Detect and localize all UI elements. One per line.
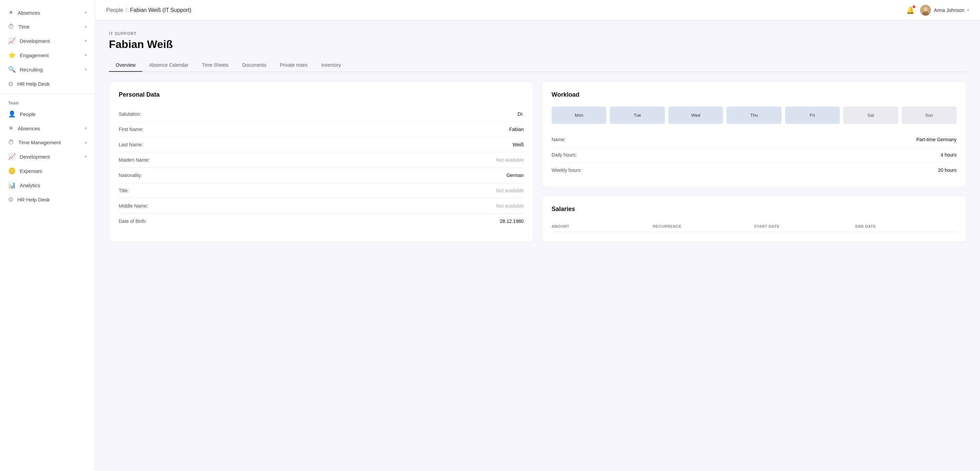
personal-data-row: Salutation: Dr. (119, 107, 524, 122)
breadcrumb-parent[interactable]: People (106, 7, 123, 13)
user-menu[interactable]: Anna Johnson ▾ (920, 5, 969, 16)
workload-row: Daily hours: 4 hours (552, 147, 956, 163)
sidebar-label-development-team: Development (20, 154, 50, 160)
time-management-icon: ⏱ (8, 139, 14, 146)
personal-data-row: Date of Birth: 28.12.1980 (119, 214, 524, 229)
svg-point-1 (924, 7, 928, 11)
content-area: IT SUPPORT Fabian Weiß OverviewAbsence C… (95, 21, 980, 471)
topbar-right: 🔔 Anna Johnson ▾ (906, 5, 969, 16)
day-chip-sat: Sat (843, 107, 898, 124)
recruiting-chevron-icon: ▾ (85, 67, 87, 72)
sidebar-item-engagement[interactable]: ⭐ Engagement ▾ (0, 48, 95, 62)
tab-overview[interactable]: Overview (109, 59, 142, 72)
personal-data-row: Maiden Name: Not available (119, 153, 524, 168)
sidebar-item-hr-help-desk[interactable]: ⊙ HR Help Desk (0, 76, 95, 91)
sidebar-label-recruiting: Recruiting (20, 67, 43, 73)
personal-data-label: Middle Name: (119, 203, 148, 208)
sidebar-label-time: Time (18, 24, 30, 30)
tab-documents[interactable]: Documents (235, 59, 273, 72)
workload-row: Weekly hours: 20 hours (552, 163, 956, 178)
tabs: OverviewAbsence CalendarTime SheetsDocum… (109, 59, 966, 72)
personal-data-value: Dr. (517, 111, 524, 117)
sidebar: ☀ Absences ▾ ⏱ Time ▾ 📈 Development ▾ ⭐ … (0, 0, 95, 471)
time-icon: ⏱ (8, 23, 14, 30)
personal-data-value: Not available (496, 188, 524, 193)
recruiting-icon: 🔍 (8, 66, 16, 73)
people-icon: 👤 (8, 110, 16, 118)
sidebar-item-recruiting[interactable]: 🔍 Recruiting ▾ (0, 62, 95, 76)
personal-data-label: First Name: (119, 127, 143, 132)
sidebar-item-development-team[interactable]: 📈 Development ▾ (0, 150, 95, 164)
user-name: Anna Johnson (934, 8, 964, 13)
workload-card: Workload MonTueWedThuFriSatSun Name: Par… (542, 81, 966, 188)
sidebar-item-analytics[interactable]: 📊 Analytics (0, 178, 95, 192)
sidebar-item-people[interactable]: 👤 People (0, 107, 95, 121)
engagement-icon: ⭐ (8, 51, 16, 59)
personal-data-row: Last Name: Weiß (119, 137, 524, 153)
page-title: Fabian Weiß (109, 38, 966, 51)
personal-data-value: Weiß (513, 142, 524, 147)
salary-table-header: AMOUNTRECURRENCESTART DATEEND DATE (552, 221, 956, 232)
personal-data-value: Not available (496, 203, 524, 208)
development-icon: 📈 (8, 37, 16, 45)
sidebar-label-hr-help-desk: HR Help Desk (18, 81, 50, 87)
engagement-chevron-icon: ▾ (85, 53, 87, 57)
salaries-card: Salaries AMOUNTRECURRENCESTART DATEEND D… (542, 196, 966, 242)
day-chip-thu: Thu (727, 107, 781, 124)
expenses-icon: 🪙 (8, 167, 16, 175)
sidebar-label-absences: Absences (18, 10, 40, 16)
workload-label: Name: (552, 137, 566, 142)
personal-data-row: First Name: Fabian (119, 122, 524, 137)
breadcrumb-separator: / (126, 7, 127, 13)
hr-help-desk-team-icon: ⊙ (8, 196, 13, 203)
personal-data-value: Not available (496, 157, 524, 163)
absences-team-chevron-icon: ▾ (85, 126, 87, 130)
absences-icon: ☀ (8, 9, 14, 16)
workload-days: MonTueWedThuFriSatSun (552, 107, 956, 124)
tab-time-sheets[interactable]: Time Sheets (195, 59, 235, 72)
sidebar-label-people: People (20, 111, 36, 117)
analytics-icon: 📊 (8, 181, 16, 189)
tab-private-notes[interactable]: Private notes (273, 59, 314, 72)
day-chip-tue: Tue (610, 107, 665, 124)
workload-label: Daily hours: (552, 152, 577, 158)
personal-data-label: Title: (119, 188, 129, 193)
personal-data-value: 28.12.1980 (500, 218, 524, 224)
notification-bell[interactable]: 🔔 (906, 6, 915, 14)
sidebar-item-development[interactable]: 📈 Development ▾ (0, 34, 95, 48)
tab-inventory[interactable]: Inventory (314, 59, 348, 72)
sidebar-label-time-management: Time Management (18, 140, 61, 145)
day-chip-wed: Wed (668, 107, 723, 124)
sidebar-item-expenses[interactable]: 🪙 Expenses (0, 164, 95, 178)
workload-title: Workload (552, 91, 956, 99)
sidebar-label-hr-help-desk-team: HR Help Desk (18, 197, 50, 202)
personal-data-label: Nationality: (119, 173, 142, 178)
breadcrumb-current: Fabian Weiß (IT Support) (130, 7, 191, 13)
personal-data-label: Maiden Name: (119, 157, 150, 163)
salary-col-start-date: START DATE (754, 224, 856, 228)
user-menu-chevron: ▾ (967, 8, 969, 13)
notification-dot (913, 5, 915, 8)
main-content: People / Fabian Weiß (IT Support) 🔔 Anna… (95, 0, 980, 471)
topbar: People / Fabian Weiß (IT Support) 🔔 Anna… (95, 0, 980, 21)
personal-data-row: Title: Not available (119, 183, 524, 198)
development-team-icon: 📈 (8, 153, 16, 160)
sidebar-item-hr-help-desk-team[interactable]: ⊙ HR Help Desk (0, 192, 95, 207)
sidebar-label-engagement: Engagement (20, 53, 49, 58)
sidebar-item-time[interactable]: ⏱ Time ▾ (0, 20, 95, 34)
development-team-chevron-icon: ▾ (85, 154, 87, 159)
sidebar-label-development: Development (20, 38, 50, 44)
right-column: Workload MonTueWedThuFriSatSun Name: Par… (542, 81, 966, 242)
sidebar-label-analytics: Analytics (20, 182, 40, 188)
tab-absence-calendar[interactable]: Absence Calendar (142, 59, 195, 72)
sidebar-item-absences[interactable]: ☀ Absences ▾ (0, 5, 95, 20)
workload-value: Part-time Germany (916, 137, 956, 142)
sidebar-item-time-management[interactable]: ⏱ Time Management ▾ (0, 135, 95, 150)
absences-team-icon: ☀ (8, 124, 14, 132)
sidebar-item-absences-team[interactable]: ☀ Absences ▾ (0, 121, 95, 135)
time-management-chevron-icon: ▾ (85, 140, 87, 145)
workload-label: Weekly hours: (552, 167, 582, 173)
personal-data-card: Personal Data Salutation: Dr. First Name… (109, 81, 533, 242)
sidebar-label-absences-team: Absences (18, 126, 40, 131)
day-chip-sun: Sun (902, 107, 956, 124)
